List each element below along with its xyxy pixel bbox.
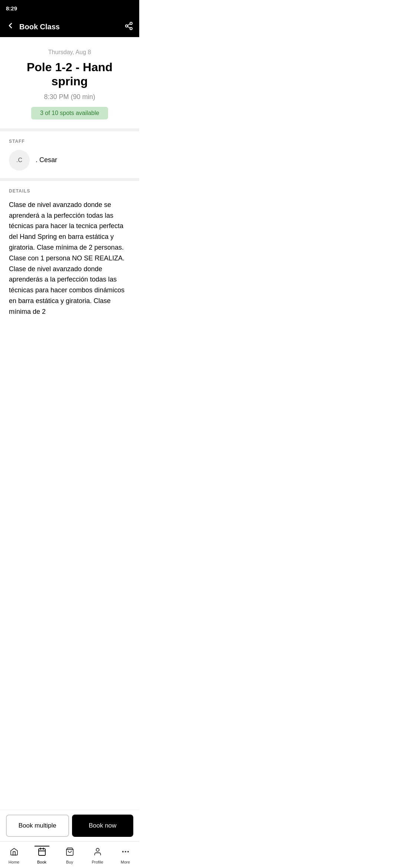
share-button[interactable] — [124, 22, 133, 32]
details-text: Clase de nivel avanzado donde se aprende… — [9, 200, 130, 317]
svg-line-4 — [128, 24, 130, 25]
main-content: Thursday, Aug 8 Pole 1-2 - Hand spring 8… — [0, 37, 139, 377]
class-name: Pole 1-2 - Hand spring — [9, 60, 130, 89]
page-title: Book Class — [19, 23, 60, 31]
status-time: 8:29 — [6, 5, 17, 11]
staff-name: . Cesar — [36, 156, 57, 164]
class-time: 8:30 PM (90 min) — [9, 93, 130, 101]
svg-line-3 — [128, 26, 130, 28]
staff-item: .C . Cesar — [9, 150, 130, 171]
section-divider — [0, 128, 139, 131]
details-section-title: DETAILS — [9, 188, 130, 194]
back-button[interactable] — [6, 21, 15, 32]
staff-section-title: STAFF — [9, 139, 130, 144]
staff-section: STAFF .C . Cesar — [0, 131, 139, 178]
status-bar: 8:29 — [0, 0, 139, 16]
details-section: DETAILS Clase de nivel avanzado donde se… — [0, 181, 139, 325]
avatar: .C — [9, 150, 30, 171]
class-date: Thursday, Aug 8 — [9, 49, 130, 56]
nav-left: Book Class — [6, 21, 60, 32]
spots-badge: 3 of 10 spots available — [31, 107, 108, 119]
nav-header: Book Class — [0, 16, 139, 37]
section-divider-2 — [0, 178, 139, 181]
class-header: Thursday, Aug 8 Pole 1-2 - Hand spring 8… — [0, 37, 139, 128]
